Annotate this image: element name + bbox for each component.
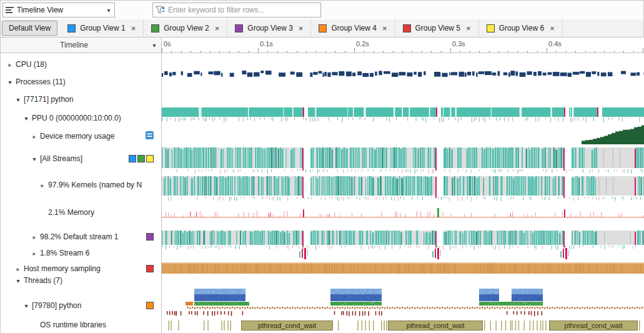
tab-group-view-2[interactable]: Group View 2× bbox=[144, 19, 227, 37]
tab-label: Group View 5 bbox=[415, 24, 461, 32]
expanded-expander-icon[interactable]: ▾ bbox=[6, 79, 14, 86]
tree-row-processes-11[interactable]: ▾Processes (11) bbox=[1, 76, 161, 88]
tree-row-label: Processes (11) bbox=[16, 77, 66, 86]
tree-row-79780-python[interactable]: ▾[79780] python bbox=[1, 299, 161, 312]
tree-row-77171-python[interactable]: ▾[77171] python bbox=[1, 93, 161, 106]
tab-close-icon[interactable]: × bbox=[466, 24, 471, 33]
tab-color-swatch bbox=[67, 24, 76, 32]
tab-group-view-4[interactable]: Group View 4× bbox=[311, 19, 395, 37]
ruler-tick bbox=[229, 51, 230, 52]
tree-row-2-1-memory[interactable]: 2.1% Memory bbox=[1, 206, 161, 219]
collapsed-expander-icon[interactable]: ▸ bbox=[14, 266, 22, 272]
ruler-tick bbox=[162, 48, 162, 52]
tab-group-view-1[interactable]: Group View 1× bbox=[60, 19, 144, 37]
tree-row-label: 98.2% Default stream 1 bbox=[40, 232, 118, 241]
ruler-tick bbox=[537, 51, 538, 52]
tab-group-view-3[interactable]: Group View 3× bbox=[227, 19, 311, 37]
ruler-tick bbox=[623, 51, 624, 52]
tree-row-98-2-default-stream-1[interactable]: ▸98.2% Default stream 1 bbox=[1, 231, 161, 243]
ruler-tick bbox=[527, 51, 528, 52]
tree-row-cpu-18[interactable]: ▸CPU (18) bbox=[1, 58, 161, 71]
tab-close-icon[interactable]: × bbox=[382, 24, 387, 33]
tab-close-icon[interactable]: × bbox=[299, 24, 304, 33]
collapsed-expander-icon[interactable]: ▸ bbox=[6, 61, 14, 68]
ruler-tick bbox=[287, 51, 287, 52]
expanded-expander-icon[interactable]: ▾ bbox=[14, 277, 22, 284]
tab-default-view[interactable]: Default View bbox=[2, 21, 57, 36]
ruler-tick bbox=[364, 51, 364, 52]
ruler-tick bbox=[383, 51, 384, 52]
tree-row-os-runtime-libraries[interactable]: OS runtime libraries bbox=[1, 319, 161, 331]
tree-row-label: Device memory usage bbox=[40, 132, 114, 141]
tree-row-all-streams[interactable]: ▾[All Streams] bbox=[1, 152, 161, 165]
tree-row-ppu-0-00000000-10-00-0[interactable]: ▾PPU 0 (00000000:10:00.0) bbox=[1, 112, 161, 124]
os-runtime-event[interactable]: pthread_cond_wait bbox=[241, 321, 333, 331]
collapsed-expander-icon[interactable]: ▸ bbox=[38, 182, 47, 189]
os-runtime-event[interactable]: pthread_cond_wait bbox=[549, 321, 638, 331]
tree-row-label: 2.1% Memory bbox=[48, 208, 94, 217]
tree-row-97-9-kernels-named-by-n[interactable]: ▸97.9% Kernels (named by N bbox=[1, 179, 161, 191]
toolbar: Timeline View ▾ bbox=[1, 1, 643, 19]
row-decorations bbox=[146, 265, 154, 272]
tab-close-icon[interactable]: × bbox=[215, 24, 220, 33]
ruler-label: 0.3s bbox=[452, 40, 465, 47]
tab-group-view-6[interactable]: Group View 6× bbox=[479, 19, 563, 37]
ruler-tick bbox=[267, 51, 268, 52]
row-color-swatch bbox=[146, 302, 154, 309]
tree-row-label: Threads (7) bbox=[24, 276, 62, 285]
expanded-expander-icon[interactable]: ▾ bbox=[30, 156, 39, 162]
tree-row-threads-7[interactable]: ▾Threads (7) bbox=[1, 274, 161, 287]
tree-row-device-memory-usage[interactable]: ▸Device memory usage bbox=[1, 130, 161, 142]
ruler-tick bbox=[470, 51, 470, 52]
tab-label: Group View 1 bbox=[80, 24, 126, 32]
ruler-tick bbox=[181, 51, 182, 52]
view-selector-dropdown-arrow[interactable]: ▾ bbox=[103, 7, 114, 14]
expanded-expander-icon[interactable]: ▾ bbox=[22, 115, 31, 122]
column-dropdown-arrow[interactable]: ▾ bbox=[147, 42, 161, 49]
os-runtime-event[interactable]: pthread_cond_wait bbox=[388, 321, 483, 331]
ruler-label: 0.2s bbox=[356, 40, 369, 47]
collapsed-expander-icon[interactable]: ▸ bbox=[30, 234, 39, 241]
filter-input[interactable] bbox=[168, 4, 320, 16]
ruler-tick bbox=[518, 51, 518, 52]
ruler-tick bbox=[315, 51, 316, 52]
ruler-tick bbox=[566, 51, 567, 52]
ruler-tick bbox=[633, 51, 634, 52]
expanded-expander-icon[interactable]: ▾ bbox=[14, 96, 22, 103]
timeline-column-header[interactable]: Timeline ▾ bbox=[1, 37, 162, 53]
tab-close-icon[interactable]: × bbox=[131, 24, 136, 33]
device-memory-badge-icon[interactable] bbox=[146, 131, 154, 142]
timeline-column-label: Timeline bbox=[1, 41, 147, 49]
filter-rows-icon bbox=[153, 6, 168, 14]
ruler-tick bbox=[450, 48, 451, 52]
tree-row-label: [77171] python bbox=[24, 95, 73, 104]
ruler-tick bbox=[277, 51, 278, 52]
collapsed-expander-icon[interactable]: ▸ bbox=[30, 133, 39, 140]
ruler-tick bbox=[431, 51, 432, 52]
timeline-canvas[interactable] bbox=[162, 53, 644, 333]
collapsed-expander-icon[interactable]: ▸ bbox=[30, 250, 39, 257]
ruler-tick bbox=[219, 51, 220, 52]
ruler-tick bbox=[325, 51, 326, 52]
ruler-tick bbox=[556, 51, 557, 52]
ruler-tick bbox=[345, 51, 345, 52]
ruler-tick bbox=[441, 51, 442, 52]
row-tree-panel: ▸CPU (18)▾Processes (11)▾[77171] python▾… bbox=[1, 53, 162, 333]
ruler-label: 0s bbox=[164, 40, 171, 47]
ruler-tick bbox=[393, 51, 394, 52]
ruler-tick bbox=[210, 51, 211, 52]
tab-close-icon[interactable]: × bbox=[550, 24, 555, 33]
ruler-tick bbox=[489, 51, 490, 52]
group-tabs: Group View 1×Group View 2×Group View 3×G… bbox=[60, 19, 563, 37]
expanded-expander-icon[interactable]: ▾ bbox=[22, 302, 31, 309]
row-decorations bbox=[146, 302, 154, 309]
tab-color-swatch bbox=[487, 24, 495, 32]
ruler-tick bbox=[508, 51, 508, 52]
tab-label: Group View 2 bbox=[164, 24, 209, 32]
view-selector[interactable]: Timeline View ▾ bbox=[2, 2, 115, 17]
tree-row-host-memory-sampling[interactable]: ▸Host memory sampling bbox=[1, 262, 161, 275]
tab-group-view-5[interactable]: Group View 5× bbox=[395, 19, 479, 37]
row-color-swatch bbox=[137, 155, 145, 162]
tree-row-1-8-stream-6[interactable]: ▸1.8% Stream 6 bbox=[1, 247, 161, 259]
timeline-body: pthread_cond_waitpthread_cond_waitpthrea… bbox=[162, 53, 644, 333]
